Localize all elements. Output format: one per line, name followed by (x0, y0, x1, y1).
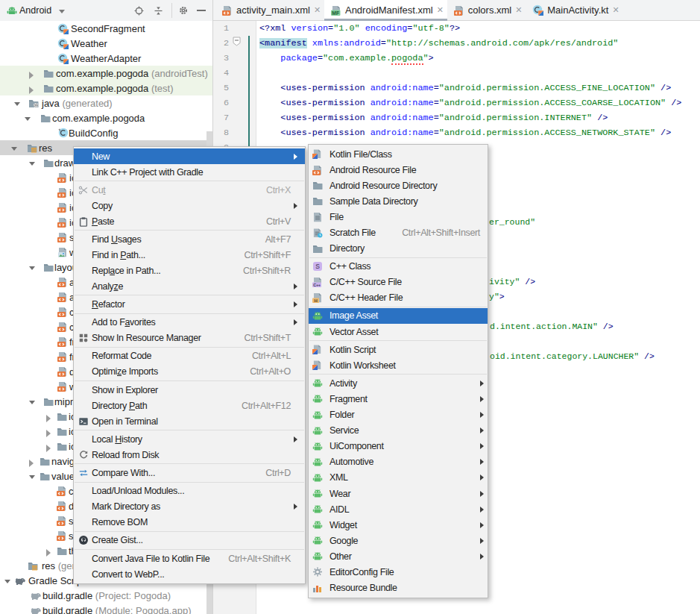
svg-text:MF: MF (332, 10, 339, 15)
svg-text:C++: C++ (313, 283, 320, 287)
svg-text:S: S (315, 263, 320, 270)
svg-text:H: H (315, 298, 318, 303)
